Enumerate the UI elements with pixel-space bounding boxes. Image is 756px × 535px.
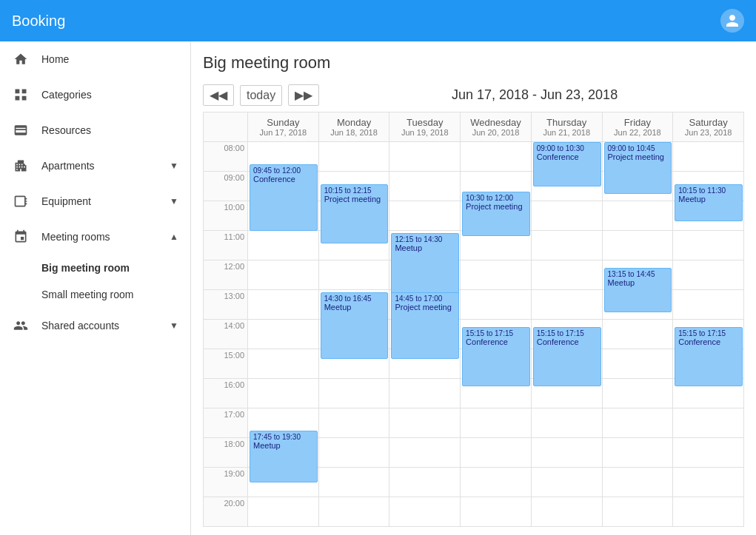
cal-cell-9-2[interactable] <box>389 408 461 438</box>
cal-cell-4-6[interactable] <box>673 260 744 290</box>
sidebar-section-meeting-rooms[interactable]: Meeting rooms ▲ <box>0 219 190 255</box>
cal-event-4[interactable]: 12:15 to 14:30Meetup <box>391 233 459 300</box>
cal-cell-12-5[interactable] <box>603 497 674 527</box>
sidebar-resources-label: Resources <box>41 124 91 136</box>
cal-cell-12-6[interactable] <box>673 497 744 527</box>
event-time-6: 10:30 to 12:00 <box>466 194 526 202</box>
cal-cell-11-2[interactable] <box>389 468 461 497</box>
event-title-6: Project meeting <box>466 202 526 211</box>
cal-cell-0-6[interactable] <box>673 142 744 172</box>
cal-cell-9-1[interactable] <box>319 408 390 438</box>
cal-cell-9-5[interactable] <box>603 408 674 438</box>
day-date-0: Jun 17, 2018 <box>251 128 315 137</box>
cal-cell-11-5[interactable] <box>603 468 674 497</box>
cal-cell-6-5[interactable] <box>603 320 674 349</box>
cal-cell-8-2[interactable] <box>389 379 461 408</box>
cal-event-7[interactable]: 15:15 to 17:15Conference <box>462 327 530 386</box>
cal-cell-5-6[interactable] <box>673 290 744 320</box>
cal-cell-1-2[interactable] <box>389 172 461 201</box>
cal-event-10[interactable]: 09:00 to 10:45Project meeting <box>604 142 672 194</box>
event-title-9: Conference <box>537 337 598 346</box>
cal-cell-3-5[interactable] <box>603 231 674 260</box>
prev-button[interactable]: ◀◀ <box>203 84 234 106</box>
cal-cell-11-6[interactable] <box>673 468 744 497</box>
cal-event-9[interactable]: 15:15 to 17:15Conference <box>533 327 601 386</box>
cal-cell-5-3[interactable] <box>461 290 532 320</box>
cal-cell-11-1[interactable] <box>319 468 390 497</box>
today-button[interactable]: today <box>240 85 282 106</box>
cal-cell-10-2[interactable] <box>389 438 461 468</box>
cal-cell-3-0[interactable] <box>248 231 319 260</box>
cal-event-3[interactable]: 14:30 to 16:45Meetup <box>321 292 389 359</box>
cal-cell-10-3[interactable] <box>461 438 532 468</box>
cal-cell-11-4[interactable] <box>532 468 603 497</box>
page-title: Big meeting room <box>203 53 744 73</box>
cal-cell-9-3[interactable] <box>461 408 532 438</box>
cal-event-1[interactable]: 17:45 to 19:30Meetup <box>250 431 318 482</box>
event-time-13: 15:15 to 17:15 <box>678 329 739 337</box>
cal-event-0[interactable]: 09:45 to 12:00Conference <box>250 164 318 231</box>
event-time-5: 14:45 to 17:00 <box>395 295 455 303</box>
cal-time-9: 17:00 <box>204 408 248 438</box>
cal-event-8[interactable]: 09:00 to 10:30Conference <box>533 142 601 186</box>
resources-icon <box>12 121 30 139</box>
sidebar-section-shared-accounts[interactable]: Shared accounts ▼ <box>0 308 190 343</box>
cal-event-12[interactable]: 10:15 to 11:30Meetup <box>675 184 743 221</box>
cal-cell-8-1[interactable] <box>319 379 390 408</box>
cal-event-13[interactable]: 15:15 to 17:15Conference <box>675 327 743 386</box>
sidebar-item-categories[interactable]: Categories <box>0 77 190 112</box>
sidebar-item-home[interactable]: Home <box>0 41 190 77</box>
cal-cell-10-4[interactable] <box>532 438 603 468</box>
cal-cell-12-1[interactable] <box>319 497 390 527</box>
sidebar-item-resources[interactable]: Resources <box>0 112 190 148</box>
cal-cell-4-4[interactable] <box>532 260 603 290</box>
cal-cell-2-4[interactable] <box>532 201 603 231</box>
event-time-4: 12:15 to 14:30 <box>395 235 455 243</box>
cal-event-6[interactable]: 10:30 to 12:00Project meeting <box>462 192 530 236</box>
cal-event-5[interactable]: 14:45 to 17:00Project meeting <box>391 292 459 359</box>
cal-cell-3-4[interactable] <box>532 231 603 260</box>
sidebar-home-label: Home <box>41 53 69 65</box>
cal-cell-10-5[interactable] <box>603 438 674 468</box>
apartments-label: Apartments <box>41 160 95 172</box>
cal-cell-8-0[interactable] <box>248 379 319 408</box>
cal-event-2[interactable]: 10:15 to 12:15Project meeting <box>321 184 389 243</box>
user-avatar[interactable] <box>720 9 744 33</box>
cal-cell-0-1[interactable] <box>319 142 390 172</box>
cal-cell-4-0[interactable] <box>248 260 319 290</box>
sidebar-section-apartments[interactable]: Apartments ▼ <box>0 148 190 184</box>
cal-cell-12-3[interactable] <box>461 497 532 527</box>
cal-cell-12-2[interactable] <box>389 497 461 527</box>
cal-time-8: 16:00 <box>204 379 248 408</box>
day-name-0: Sunday <box>251 117 315 128</box>
sidebar-item-big-meeting-room[interactable]: Big meeting room <box>0 255 190 281</box>
cal-cell-5-0[interactable] <box>248 290 319 320</box>
cal-cell-4-1[interactable] <box>319 260 390 290</box>
cal-cell-3-6[interactable] <box>673 231 744 260</box>
cal-cell-4-3[interactable] <box>461 260 532 290</box>
calendar-nav: ◀◀ today ▶▶ Jun 17, 2018 - Jun 23, 2018 <box>203 84 744 106</box>
cal-cell-0-3[interactable] <box>461 142 532 172</box>
cal-cell-2-2[interactable] <box>389 201 461 231</box>
event-title-11: Meetup <box>608 278 669 287</box>
sidebar-section-equipment[interactable]: Equipment ▼ <box>0 184 190 219</box>
cal-cell-5-4[interactable] <box>532 290 603 320</box>
cal-event-11[interactable]: 13:15 to 14:45Meetup <box>604 268 672 312</box>
cal-cell-10-1[interactable] <box>319 438 390 468</box>
cal-cell-2-5[interactable] <box>603 201 674 231</box>
cal-cell-9-4[interactable] <box>532 408 603 438</box>
sidebar-item-small-meeting-room[interactable]: Small meeting room <box>0 281 190 308</box>
cal-cell-11-3[interactable] <box>461 468 532 497</box>
cal-cell-6-0[interactable] <box>248 320 319 349</box>
event-title-8: Conference <box>537 152 598 161</box>
cal-cell-10-6[interactable] <box>673 438 744 468</box>
next-button[interactable]: ▶▶ <box>288 84 319 106</box>
cal-cell-9-6[interactable] <box>673 408 744 438</box>
cal-cell-8-5[interactable] <box>603 379 674 408</box>
cal-cell-7-5[interactable] <box>603 349 674 379</box>
cal-cell-0-2[interactable] <box>389 142 461 172</box>
event-time-10: 09:00 to 10:45 <box>608 144 669 152</box>
cal-cell-7-0[interactable] <box>248 349 319 379</box>
cal-cell-12-4[interactable] <box>532 497 603 527</box>
cal-cell-12-0[interactable] <box>248 497 319 527</box>
